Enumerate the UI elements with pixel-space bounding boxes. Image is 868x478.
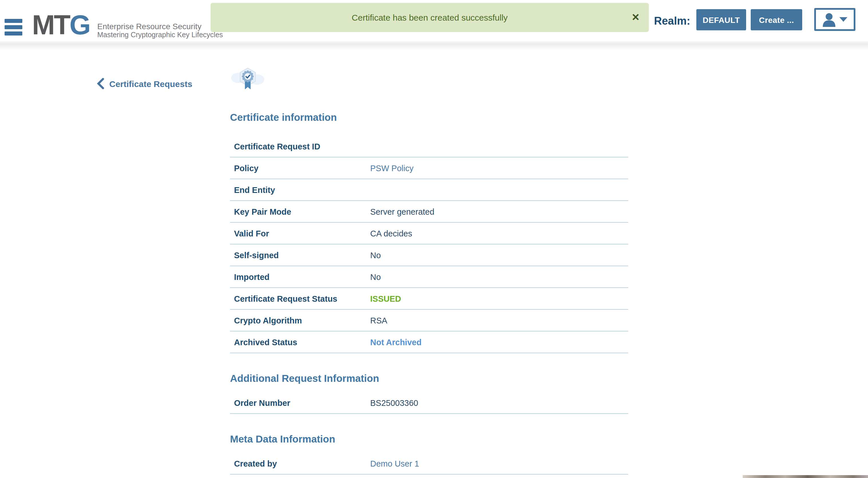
app-logo: MTG — [32, 10, 90, 40]
user-menu-button[interactable] — [814, 8, 856, 31]
realm-default-button[interactable]: DEFAULT — [696, 9, 746, 30]
row-value-archived-status-link[interactable]: Not Archived — [370, 337, 628, 347]
success-banner-message: Certificate has been created successfull… — [351, 12, 507, 22]
row-label: Self-signed — [230, 250, 370, 260]
section-title-certificate-information: Certificate information — [230, 112, 628, 122]
row-label: Certificate Request ID — [230, 142, 370, 151]
certificate-information-table: Certificate Request ID Policy PSW Policy… — [230, 136, 628, 353]
banner-close-button[interactable]: ✕ — [629, 3, 642, 32]
status-badge-issued: ISSUED — [370, 294, 628, 303]
success-banner: Certificate has been created successfull… — [211, 3, 649, 32]
meta-data-information-table: Created by Demo User 1 — [230, 453, 628, 475]
realm-create-button[interactable]: Create ... — [751, 9, 802, 30]
hamburger-menu-icon[interactable] — [5, 19, 22, 35]
row-label: Certificate Request Status — [230, 294, 370, 303]
row-value: No — [370, 272, 628, 281]
app-tagline: Enterprise Resource Security Mastering C… — [97, 22, 223, 39]
table-row: Valid For CA decides — [230, 223, 628, 244]
detail-panel: Certificate information Certificate Requ… — [230, 42, 628, 475]
back-link[interactable]: Certificate Requests — [97, 78, 192, 89]
row-value: BS25003360 — [370, 398, 628, 407]
table-row: End Entity — [230, 179, 628, 201]
tagline-line1: Enterprise Resource Security — [97, 22, 223, 31]
realm-label: Realm: — [654, 0, 690, 42]
table-row: Order Number BS25003360 — [230, 392, 628, 414]
screen: MTG Enterprise Resource Security Masteri… — [0, 0, 868, 478]
row-label: Created by — [230, 459, 370, 468]
row-label: Crypto Algorithm — [230, 316, 370, 325]
table-row: Self-signed No — [230, 244, 628, 266]
row-label: End Entity — [230, 185, 370, 195]
table-row: Policy PSW Policy — [230, 157, 628, 179]
row-label: Order Number — [230, 398, 370, 407]
additional-request-information-table: Order Number BS25003360 — [230, 392, 628, 414]
top-header-bar: MTG Enterprise Resource Security Masteri… — [0, 0, 868, 42]
certificate-badge-icon — [231, 64, 265, 94]
back-link-label: Certificate Requests — [109, 79, 192, 88]
tagline-line2: Mastering Cryptographic Key Lifecycles — [97, 31, 223, 39]
row-value-created-by-link[interactable]: Demo User 1 — [370, 459, 628, 468]
section-title-additional-request-information: Additional Request Information — [230, 373, 628, 384]
logo-text-mt: MT — [32, 10, 69, 40]
table-row: Key Pair Mode Server generated — [230, 201, 628, 223]
row-value: RSA — [370, 316, 628, 325]
table-row: Certificate Request Status ISSUED — [230, 288, 628, 310]
row-label: Archived Status — [230, 337, 370, 347]
row-value-policy-link[interactable]: PSW Policy — [370, 163, 628, 173]
row-label: Imported — [230, 272, 370, 281]
close-icon: ✕ — [632, 12, 640, 23]
row-label: Key Pair Mode — [230, 207, 370, 216]
caret-down-icon — [839, 17, 847, 22]
section-title-meta-data-information: Meta Data Information — [230, 434, 628, 444]
row-label: Valid For — [230, 229, 370, 238]
app-root: MTG Enterprise Resource Security Masteri… — [0, 0, 868, 478]
screen-edge-artifact — [743, 475, 868, 478]
row-value: CA decides — [370, 229, 628, 238]
row-label: Policy — [230, 163, 370, 173]
row-value: Server generated — [370, 207, 628, 216]
table-row: Archived Status Not Archived — [230, 331, 628, 353]
table-row: Crypto Algorithm RSA — [230, 310, 628, 331]
table-row: Created by Demo User 1 — [230, 453, 628, 475]
table-row: Certificate Request ID — [230, 136, 628, 157]
logo-text-g: G — [69, 10, 90, 40]
back-chevron-icon — [97, 78, 104, 89]
table-row: Imported No — [230, 266, 628, 288]
user-avatar-icon — [822, 12, 836, 27]
row-value: No — [370, 250, 628, 260]
